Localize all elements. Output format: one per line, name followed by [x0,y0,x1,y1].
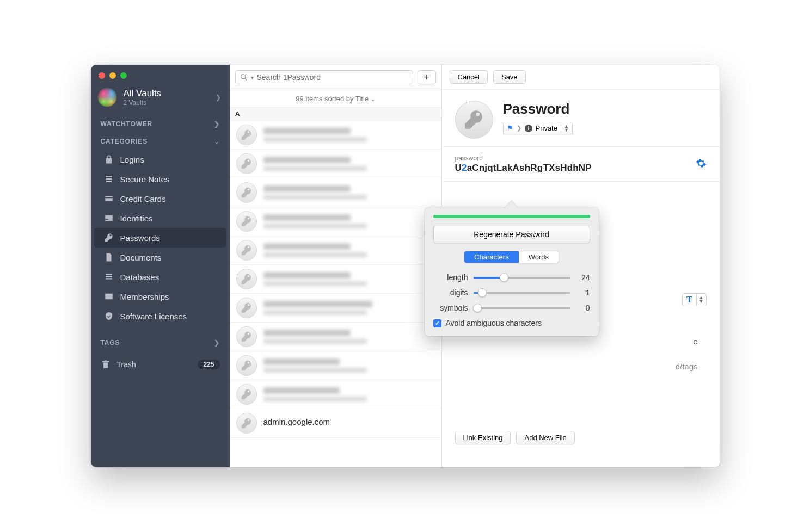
avoid-ambiguous-row[interactable]: ✓ Avoid ambiguous characters [433,319,590,327]
symbols-slider-row: symbols 0 [433,304,590,312]
list-item[interactable] [230,323,441,351]
vault-selector[interactable]: All Vaults 2 Vaults ❯ [91,82,230,115]
key-icon [236,326,257,347]
sort-dropdown[interactable]: 99 items sorted by Title ⌄ [230,90,441,108]
cancel-button[interactable]: Cancel [450,70,488,84]
generator-mode-segment[interactable]: Characters Words [433,251,590,263]
chevron-right-icon: ❯ [517,125,521,132]
search-field[interactable]: ▾ [235,70,413,84]
item-list[interactable]: admin.google.com [230,121,441,467]
search-icon [240,73,248,81]
segment-characters[interactable]: Characters [464,251,519,263]
trash-count-badge: 225 [198,360,219,369]
item-title[interactable]: Password [503,101,573,117]
flag-icon: ⚑ [507,124,513,132]
all-vaults-icon [97,88,117,107]
vault-breadcrumb[interactable]: ⚑ ❯ i Private ▲▼ [503,122,573,134]
key-icon [236,298,257,318]
key-icon [236,182,257,203]
link-existing-button[interactable]: Link Existing [455,431,511,444]
sidebar-item-software-licenses[interactable]: Software Licenses [94,306,226,326]
chevron-right-icon: ❯ [216,94,221,101]
sidebar-item-credit-cards[interactable]: Credit Cards [94,189,226,208]
traffic-lights [91,65,230,82]
stepper-icon[interactable]: ▲▼ [697,296,706,304]
key-icon [236,269,257,289]
list-item[interactable] [230,265,441,294]
add-new-file-button[interactable]: Add New File [516,431,574,444]
sidebar-item-databases[interactable]: Databases [94,267,226,287]
password-generator-popover: Regenerate Password Characters Words len… [425,207,599,336]
checkbox-checked-icon[interactable]: ✓ [433,319,441,327]
list-item[interactable]: admin.google.com [230,409,441,438]
key-icon [236,413,257,434]
gear-icon[interactable] [696,158,707,171]
key-icon [236,355,257,376]
chevron-down-icon: ⌄ [214,138,220,145]
sidebar-item-documents[interactable]: Documents [94,248,226,267]
note-icon [104,174,114,184]
tags-placeholder: d/tags [676,362,698,371]
watchtower-header[interactable]: WATCHTOWER ❯ [91,115,230,132]
save-button[interactable]: Save [493,70,526,84]
key-icon [236,240,257,261]
membership-icon [104,292,114,301]
length-slider-row: length 24 [433,273,590,282]
trash-icon [101,360,111,369]
text-type-icon: T [683,294,697,306]
vault-title: All Vaults [124,88,162,99]
length-slider[interactable] [474,273,570,282]
length-value: 24 [576,273,590,282]
categories-header[interactable]: CATEGORIES ⌄ [91,132,230,150]
sidebar-item-logins[interactable]: Logins [94,150,226,169]
key-icon [236,125,257,145]
minimize-window-icon[interactable] [109,72,116,79]
notes-type-selector[interactable]: T ▲▼ [682,293,707,306]
strength-meter [433,215,590,218]
list-item-title: admin.google.com [263,417,330,426]
tags-header[interactable]: TAGS ❯ [91,333,230,351]
search-dropdown-icon[interactable]: ▾ [251,75,254,81]
digits-value: 1 [576,288,590,297]
symbols-value: 0 [576,304,590,312]
sidebar: All Vaults 2 Vaults ❯ WATCHTOWER ❯ CATEG… [91,65,230,467]
symbols-slider[interactable] [474,304,570,312]
search-input[interactable] [257,73,408,82]
chevron-right-icon: ❯ [214,120,220,128]
sidebar-item-passwords[interactable]: Passwords [94,228,226,248]
section-letter: A [230,108,441,121]
list-item[interactable] [230,207,441,236]
plus-icon: + [424,72,429,83]
sidebar-item-memberships[interactable]: Memberships [94,287,226,306]
password-field-row[interactable]: password U2aCnjqtLakAshRgTXsHdhNP [442,146,720,182]
regenerate-password-button[interactable]: Regenerate Password [433,226,590,243]
password-field-label: password [455,154,592,162]
zoom-window-icon[interactable] [120,72,127,79]
list-item[interactable] [230,351,441,380]
segment-words[interactable]: Words [519,251,559,263]
sidebar-item-identities[interactable]: Identities [94,208,226,228]
sidebar-item-secure-notes[interactable]: Secure Notes [94,169,226,189]
list-item[interactable] [230,178,441,207]
vault-subtitle: 2 Vaults [124,99,162,107]
digits-slider-row: digits 1 [433,288,590,297]
list-item[interactable] [230,380,441,409]
id-icon [104,213,114,223]
close-window-icon[interactable] [99,72,105,79]
list-item[interactable] [230,294,441,323]
list-item[interactable] [230,121,441,150]
notes-trailing-text: e [693,337,697,346]
stepper-icon[interactable]: ▲▼ [561,125,569,132]
list-item[interactable] [230,150,441,178]
sidebar-item-trash[interactable]: Trash 225 [91,354,230,375]
key-icon [236,211,257,232]
license-icon [104,311,114,321]
card-icon [104,194,114,203]
chevron-down-icon: ⌄ [371,96,375,102]
lock-icon [104,154,114,164]
document-icon [104,252,114,262]
password-value[interactable]: U2aCnjqtLakAshRgTXsHdhNP [455,162,592,174]
digits-slider[interactable] [474,288,570,297]
add-item-button[interactable]: + [418,70,436,84]
list-item[interactable] [230,236,441,265]
